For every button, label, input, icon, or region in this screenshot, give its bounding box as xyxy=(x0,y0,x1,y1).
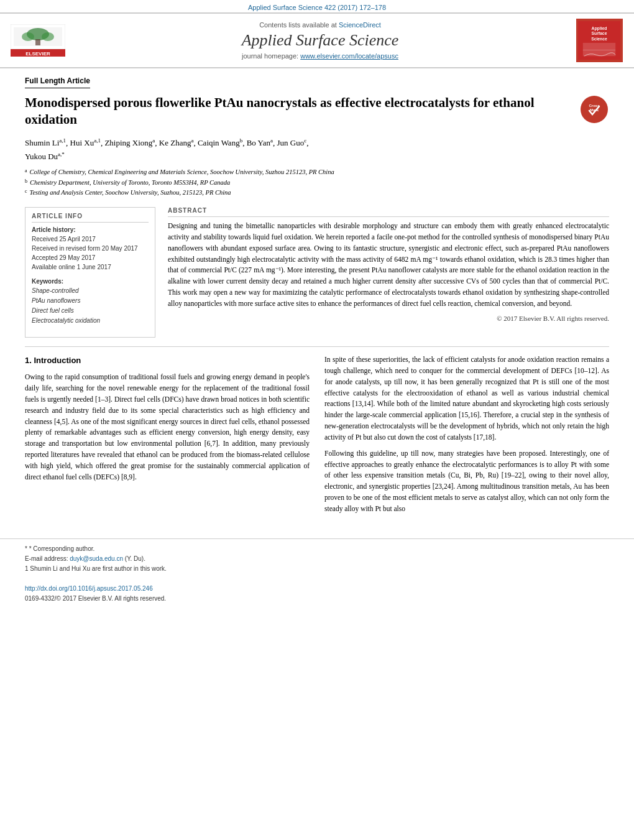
homepage-link[interactable]: www.elsevier.com/locate/apsusc xyxy=(300,52,398,60)
abstract-block: ABSTRACT Designing and tuning the bimeta… xyxy=(168,207,609,338)
email-note: E-mail address: duyk@suda.edu.cn (Y. Du)… xyxy=(25,554,609,564)
body-columns: 1. Introduction Owing to the rapid consu… xyxy=(25,354,609,519)
intro-heading: 1. Introduction xyxy=(25,354,310,367)
keywords-label: Keywords: xyxy=(32,278,149,285)
author-email-link[interactable]: duyk@suda.edu.cn xyxy=(70,555,123,562)
affiliation-c: c Testing and Analysis Center, Soochow U… xyxy=(25,188,609,198)
applied-surface-science-logo: Applied Surface Science xyxy=(577,21,621,60)
left-column: 1. Introduction Owing to the rapid consu… xyxy=(25,354,310,519)
elsevier-logo-icon: ELSEVIER xyxy=(11,24,65,57)
journal-citation: Applied Surface Science 422 (2017) 172–1… xyxy=(0,0,634,12)
svg-text:Applied: Applied xyxy=(592,26,607,31)
corresponding-author-note: * * Corresponding author. xyxy=(25,544,609,554)
history-label: Article history: xyxy=(32,226,149,233)
footer-notes: * * Corresponding author. E-mail address… xyxy=(25,544,609,604)
keywords-section: Keywords: Shape-controlled PtAu nanoflow… xyxy=(32,278,149,326)
article-info-box: ARTICLE INFO Article history: Received 2… xyxy=(25,207,155,338)
keyword-2: PtAu nanoflowers xyxy=(32,296,149,306)
keyword-1: Shape-controlled xyxy=(32,286,149,296)
copyright-line: © 2017 Elsevier B.V. All rights reserved… xyxy=(168,315,609,322)
available-online-date: Available online 1 June 2017 xyxy=(32,262,149,272)
svg-text:Surface: Surface xyxy=(592,31,607,35)
crossmark-badge[interactable]: Cross Mark xyxy=(579,95,609,124)
intro-paragraph-1: Owing to the rapid consumption of tradit… xyxy=(25,372,310,482)
journal-header: ELSEVIER Contents lists available at Sci… xyxy=(0,12,634,68)
page-footer: * * Corresponding author. E-mail address… xyxy=(0,538,634,610)
main-content: Full Length Article Monodispersed porous… xyxy=(0,68,634,532)
affiliation-b: b Chemistry Department, University of To… xyxy=(25,178,609,188)
received-date: Received 25 April 2017 xyxy=(32,234,149,244)
affiliation-a: a College of Chemistry, Chemical Enginee… xyxy=(25,167,609,178)
sciencedirect-link[interactable]: ScienceDirect xyxy=(339,21,381,29)
affiliations-block: a College of Chemistry, Chemical Enginee… xyxy=(25,167,609,198)
journal-logo-icon: Applied Surface Science xyxy=(576,19,623,62)
keyword-3: Direct fuel cells xyxy=(32,306,149,316)
doi-link[interactable]: http://dx.doi.org/10.1016/j.apsusc.2017.… xyxy=(25,584,609,594)
svg-rect-5 xyxy=(35,39,40,45)
intro-paragraph-3: Following this guideline, up till now, m… xyxy=(324,448,609,515)
first-author-note: 1 Shumin Li and Hui Xu are first author … xyxy=(25,564,609,574)
abstract-text: Designing and tuning the bimetallic nano… xyxy=(168,221,609,310)
authors-line: Shumin Lia,1, Hui Xua,1, Zhiping Xionga,… xyxy=(25,136,609,164)
contents-line: Contents lists available at ScienceDirec… xyxy=(72,21,568,29)
keywords-list: Shape-controlled PtAu nanoflowers Direct… xyxy=(32,286,149,326)
article-title: Monodispersed porous flowerlike PtAu nan… xyxy=(25,95,609,129)
received-revised-date: Received in revised form 20 May 2017 xyxy=(32,244,149,253)
journal-homepage: journal homepage: www.elsevier.com/locat… xyxy=(72,52,568,60)
abstract-title: ABSTRACT xyxy=(168,207,609,217)
crossmark-icon: Cross Mark xyxy=(581,96,608,123)
journal-title-block: Contents lists available at ScienceDirec… xyxy=(72,21,568,60)
right-column: In spite of these superiorities, the lac… xyxy=(324,354,609,519)
svg-rect-12 xyxy=(583,43,615,56)
journal-name: Applied Surface Science xyxy=(72,31,568,50)
article-history: Article history: Received 25 April 2017 … xyxy=(32,226,149,272)
svg-point-3 xyxy=(22,32,34,41)
issn-line: 0169-4332/© 2017 Elsevier B.V. All right… xyxy=(25,594,609,604)
svg-text:Science: Science xyxy=(591,37,607,41)
article-type: Full Length Article xyxy=(25,76,90,88)
section-divider xyxy=(25,346,609,347)
intro-paragraph-2: In spite of these superiorities, the lac… xyxy=(324,354,609,443)
svg-text:ELSEVIER: ELSEVIER xyxy=(25,51,50,57)
doi-url[interactable]: http://dx.doi.org/10.1016/j.apsusc.2017.… xyxy=(25,585,153,592)
article-info-title: ARTICLE INFO xyxy=(32,213,149,223)
elsevier-logo-block: ELSEVIER xyxy=(10,24,66,57)
info-abstract-section: ARTICLE INFO Article history: Received 2… xyxy=(25,207,609,338)
svg-point-4 xyxy=(42,32,54,41)
journal-logo-block: Applied Surface Science xyxy=(574,19,624,62)
citation-text: Applied Surface Science 422 (2017) 172–1… xyxy=(248,4,386,11)
accepted-date: Accepted 29 May 2017 xyxy=(32,253,149,262)
keyword-4: Electrocatalytic oxidation xyxy=(32,316,149,326)
